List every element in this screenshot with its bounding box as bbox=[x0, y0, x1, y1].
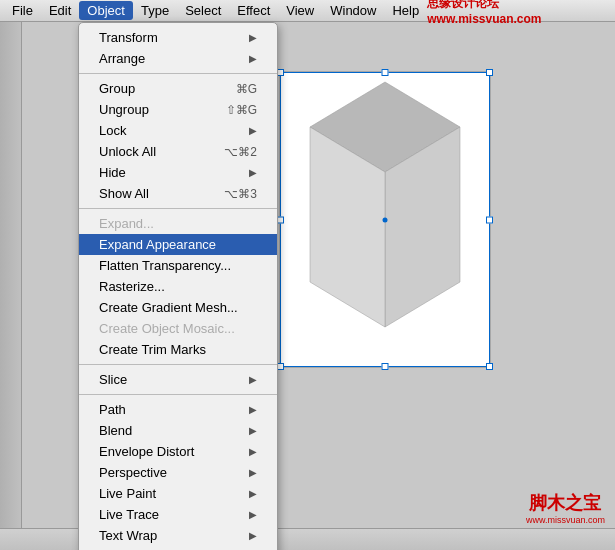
toolbar-left bbox=[0, 22, 22, 550]
menu-edit[interactable]: Edit bbox=[41, 1, 79, 20]
menu-item-hide[interactable]: Hide ▶ bbox=[79, 162, 277, 183]
watermark: 脚木之宝 www.missvuan.com bbox=[526, 491, 605, 525]
arrow-icon-live-trace: ▶ bbox=[249, 509, 257, 520]
menu-item-create-object-mosaic: Create Object Mosaic... bbox=[79, 318, 277, 339]
menu-item-flatten-transparency[interactable]: Flatten Transparency... bbox=[79, 255, 277, 276]
arrow-icon-hide: ▶ bbox=[249, 167, 257, 178]
menu-item-live-trace[interactable]: Live Trace ▶ bbox=[79, 504, 277, 525]
menu-item-perspective[interactable]: Perspective ▶ bbox=[79, 462, 277, 483]
menu-item-text-wrap[interactable]: Text Wrap ▶ bbox=[79, 525, 277, 546]
shortcut-ungroup: ⇧⌘G bbox=[226, 103, 257, 117]
arrow-icon-perspective: ▶ bbox=[249, 467, 257, 478]
menu-file[interactable]: File bbox=[4, 1, 41, 20]
separator-2 bbox=[79, 208, 277, 209]
arrow-icon-lock: ▶ bbox=[249, 125, 257, 136]
menu-help[interactable]: Help bbox=[384, 1, 427, 20]
arrow-icon-transform: ▶ bbox=[249, 32, 257, 43]
menu-item-create-trim-marks[interactable]: Create Trim Marks bbox=[79, 339, 277, 360]
document-area bbox=[265, 62, 505, 385]
logo-text: 思缘设计论坛 www.missvuan.com bbox=[427, 0, 607, 26]
arrow-icon-envelope-distort: ▶ bbox=[249, 446, 257, 457]
arrow-icon-path: ▶ bbox=[249, 404, 257, 415]
arrow-icon-arrange: ▶ bbox=[249, 53, 257, 64]
arrow-icon-text-wrap: ▶ bbox=[249, 530, 257, 541]
watermark-chinese: 脚木之宝 bbox=[526, 491, 605, 515]
separator-3 bbox=[79, 364, 277, 365]
shortcut-unlock-all: ⌥⌘2 bbox=[224, 145, 257, 159]
menu-type[interactable]: Type bbox=[133, 1, 177, 20]
menu-item-create-gradient-mesh[interactable]: Create Gradient Mesh... bbox=[79, 297, 277, 318]
menu-item-transform[interactable]: Transform ▶ bbox=[79, 27, 277, 48]
arrow-icon-live-paint: ▶ bbox=[249, 488, 257, 499]
menu-object[interactable]: Object bbox=[79, 1, 133, 20]
menu-item-group[interactable]: Group ⌘G bbox=[79, 78, 277, 99]
menu-item-slice[interactable]: Slice ▶ bbox=[79, 369, 277, 390]
canvas-svg bbox=[265, 62, 505, 382]
shortcut-group: ⌘G bbox=[236, 82, 257, 96]
menu-item-live-paint[interactable]: Live Paint ▶ bbox=[79, 483, 277, 504]
arrow-icon-slice: ▶ bbox=[249, 374, 257, 385]
menu-select[interactable]: Select bbox=[177, 1, 229, 20]
menu-view[interactable]: View bbox=[278, 1, 322, 20]
menu-item-blend[interactable]: Blend ▶ bbox=[79, 420, 277, 441]
separator-1 bbox=[79, 73, 277, 74]
watermark-url: www.missvuan.com bbox=[526, 515, 605, 525]
object-dropdown-menu: Transform ▶ Arrange ▶ Group ⌘G Ungroup ⇧… bbox=[78, 22, 278, 550]
menu-item-expand-appearance[interactable]: Expand Appearance bbox=[79, 234, 277, 255]
menu-item-expand: Expand... bbox=[79, 213, 277, 234]
menu-item-show-all[interactable]: Show All ⌥⌘3 bbox=[79, 183, 277, 204]
menu-item-path[interactable]: Path ▶ bbox=[79, 399, 277, 420]
separator-4 bbox=[79, 394, 277, 395]
menu-window[interactable]: Window bbox=[322, 1, 384, 20]
menu-item-ungroup[interactable]: Ungroup ⇧⌘G bbox=[79, 99, 277, 120]
shortcut-show-all: ⌥⌘3 bbox=[224, 187, 257, 201]
menu-item-envelope-distort[interactable]: Envelope Distort ▶ bbox=[79, 441, 277, 462]
menu-item-arrange[interactable]: Arrange ▶ bbox=[79, 48, 277, 69]
menu-item-rasterize[interactable]: Rasterize... bbox=[79, 276, 277, 297]
menu-item-lock[interactable]: Lock ▶ bbox=[79, 120, 277, 141]
menu-effect[interactable]: Effect bbox=[229, 1, 278, 20]
menubar: File Edit Object Type Select Effect View… bbox=[0, 0, 615, 22]
arrow-icon-blend: ▶ bbox=[249, 425, 257, 436]
menu-item-unlock-all[interactable]: Unlock All ⌥⌘2 bbox=[79, 141, 277, 162]
